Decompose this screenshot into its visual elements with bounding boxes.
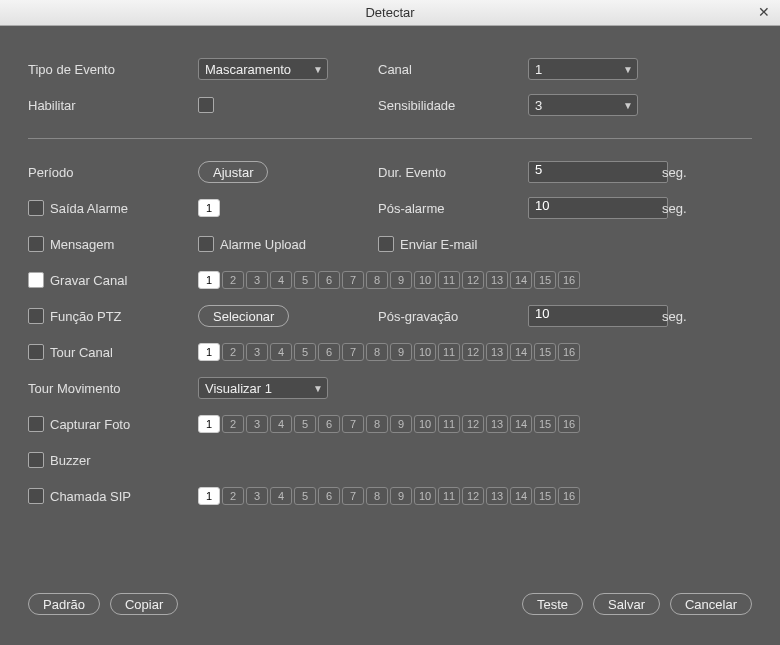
save-button[interactable]: Salvar: [593, 593, 660, 615]
channel-toggle[interactable]: 9: [390, 343, 412, 361]
channel-toggle[interactable]: 4: [270, 415, 292, 433]
alarm-out-label: Saída Alarme: [50, 201, 128, 216]
channel-toggle[interactable]: 16: [558, 487, 580, 505]
channel-toggle[interactable]: 12: [462, 487, 484, 505]
channel-toggle[interactable]: 3: [246, 415, 268, 433]
channel-toggle[interactable]: 4: [270, 343, 292, 361]
ptz-button[interactable]: Selecionar: [198, 305, 289, 327]
channel-toggle[interactable]: 15: [534, 487, 556, 505]
channel-toggle[interactable]: 11: [438, 487, 460, 505]
sensitivity-select[interactable]: 3 ▼: [528, 94, 638, 116]
ptz-checkbox[interactable]: [28, 308, 44, 324]
channel-toggle[interactable]: 15: [534, 415, 556, 433]
channel-toggle[interactable]: 14: [510, 487, 532, 505]
channel-toggle[interactable]: 3: [246, 487, 268, 505]
chevron-down-icon: ▼: [619, 64, 633, 75]
channel-toggle[interactable]: 13: [486, 271, 508, 289]
channel-toggle[interactable]: 2: [222, 271, 244, 289]
channel-toggle[interactable]: 6: [318, 271, 340, 289]
channel-toggle[interactable]: 9: [390, 415, 412, 433]
channel-select[interactable]: 1 ▼: [528, 58, 638, 80]
channel-toggle[interactable]: 1: [198, 271, 220, 289]
channel-toggle[interactable]: 8: [366, 343, 388, 361]
channel-toggle[interactable]: 2: [222, 343, 244, 361]
channel-toggle[interactable]: 15: [534, 343, 556, 361]
record-channel-checkbox[interactable]: [28, 272, 44, 288]
channel-toggle[interactable]: 6: [318, 415, 340, 433]
channel-value: 1: [535, 62, 542, 77]
channel-toggle[interactable]: 12: [462, 343, 484, 361]
channel-toggle[interactable]: 10: [414, 487, 436, 505]
test-button[interactable]: Teste: [522, 593, 583, 615]
channel-toggle[interactable]: 1: [198, 199, 220, 217]
channel-toggle[interactable]: 14: [510, 343, 532, 361]
channel-toggle[interactable]: 8: [366, 271, 388, 289]
channel-toggle[interactable]: 11: [438, 343, 460, 361]
channel-toggle[interactable]: 5: [294, 487, 316, 505]
channel-toggle[interactable]: 3: [246, 343, 268, 361]
message-checkbox[interactable]: [28, 236, 44, 252]
channel-toggle[interactable]: 4: [270, 487, 292, 505]
event-type-select[interactable]: Mascaramento ▼: [198, 58, 328, 80]
channel-toggle[interactable]: 6: [318, 487, 340, 505]
channel-toggle[interactable]: 8: [366, 487, 388, 505]
channel-toggle[interactable]: 16: [558, 343, 580, 361]
channel-toggle[interactable]: 4: [270, 271, 292, 289]
duration-input[interactable]: 5: [528, 161, 668, 183]
channel-toggle[interactable]: 1: [198, 415, 220, 433]
channel-toggle[interactable]: 5: [294, 415, 316, 433]
channel-toggle[interactable]: 11: [438, 415, 460, 433]
period-button[interactable]: Ajustar: [198, 161, 268, 183]
channel-toggle[interactable]: 6: [318, 343, 340, 361]
sip-call-checkbox[interactable]: [28, 488, 44, 504]
channel-toggle[interactable]: 7: [342, 271, 364, 289]
channel-toggle[interactable]: 7: [342, 487, 364, 505]
channel-toggle[interactable]: 2: [222, 487, 244, 505]
tour-channel-checkbox[interactable]: [28, 344, 44, 360]
channel-toggle[interactable]: 1: [198, 487, 220, 505]
channel-toggle[interactable]: 3: [246, 271, 268, 289]
channel-toggle[interactable]: 10: [414, 271, 436, 289]
post-alarm-input[interactable]: 10: [528, 197, 668, 219]
alarm-upload-checkbox[interactable]: [198, 236, 214, 252]
default-button[interactable]: Padrão: [28, 593, 100, 615]
sensitivity-label: Sensibilidade: [378, 98, 528, 113]
alarm-out-checkbox[interactable]: [28, 200, 44, 216]
send-email-checkbox[interactable]: [378, 236, 394, 252]
post-record-input[interactable]: 10: [528, 305, 668, 327]
channel-toggle[interactable]: 13: [486, 343, 508, 361]
channel-toggle[interactable]: 13: [486, 487, 508, 505]
channel-toggle[interactable]: 13: [486, 415, 508, 433]
enable-checkbox[interactable]: [198, 97, 214, 113]
channel-toggle[interactable]: 16: [558, 271, 580, 289]
channel-toggle[interactable]: 10: [414, 415, 436, 433]
enable-label: Habilitar: [28, 98, 198, 113]
channel-toggle[interactable]: 7: [342, 415, 364, 433]
post-record-label: Pós-gravação: [378, 309, 528, 324]
cancel-button[interactable]: Cancelar: [670, 593, 752, 615]
snapshot-checkbox[interactable]: [28, 416, 44, 432]
channel-toggle[interactable]: 9: [390, 487, 412, 505]
post-alarm-label: Pós-alarme: [378, 201, 528, 216]
channel-toggle[interactable]: 15: [534, 271, 556, 289]
channel-toggle[interactable]: 5: [294, 271, 316, 289]
buzzer-checkbox[interactable]: [28, 452, 44, 468]
close-icon[interactable]: ✕: [754, 2, 774, 22]
tour-motion-select[interactable]: Visualizar 1 ▼: [198, 377, 328, 399]
copy-button[interactable]: Copiar: [110, 593, 178, 615]
channel-toggle[interactable]: 12: [462, 271, 484, 289]
channel-toggle[interactable]: 5: [294, 343, 316, 361]
channel-toggle[interactable]: 9: [390, 271, 412, 289]
channel-toggle[interactable]: 11: [438, 271, 460, 289]
channel-toggle[interactable]: 16: [558, 415, 580, 433]
channel-toggle[interactable]: 2: [222, 415, 244, 433]
channel-toggle[interactable]: 1: [198, 343, 220, 361]
tour-motion-value: Visualizar 1: [205, 381, 272, 396]
channel-toggle[interactable]: 8: [366, 415, 388, 433]
channel-toggle[interactable]: 12: [462, 415, 484, 433]
channel-toggle[interactable]: 14: [510, 415, 532, 433]
channel-toggle[interactable]: 7: [342, 343, 364, 361]
send-email-label: Enviar E-mail: [400, 237, 477, 252]
channel-toggle[interactable]: 14: [510, 271, 532, 289]
channel-toggle[interactable]: 10: [414, 343, 436, 361]
